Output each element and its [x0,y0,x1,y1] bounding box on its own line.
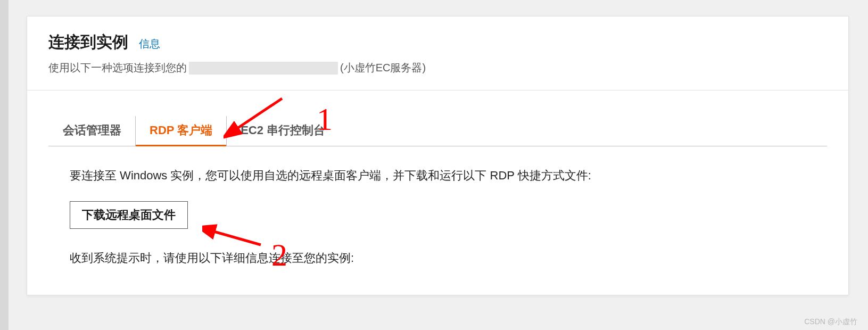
tab-session-manager[interactable]: 会话管理器 [48,116,135,146]
panel-header: 连接到实例 信息 使用以下一种选项连接到您的 (小虚竹EC服务器) [27,16,848,90]
tabs-container: 会话管理器 RDP 客户端 EC2 串行控制台 要连接至 Windows 实例，… [27,90,848,295]
subtitle-prefix: 使用以下一种选项连接到您的 [48,61,187,75]
info-link[interactable]: 信息 [139,37,160,51]
instructions-text: 要连接至 Windows 实例，您可以使用自选的远程桌面客户端，并下载和运行以下… [70,166,806,185]
download-rdp-button[interactable]: 下载远程桌面文件 [70,201,188,229]
watermark: CSDN @小虚竹 [804,317,857,327]
tabs: 会话管理器 RDP 客户端 EC2 串行控制台 [48,116,827,146]
tab-serial-console[interactable]: EC2 串行控制台 [226,116,339,146]
page-title: 连接到实例 [48,31,128,53]
title-row: 连接到实例 信息 [48,31,827,53]
instance-id-redacted [189,62,338,75]
connect-panel: 连接到实例 信息 使用以下一种选项连接到您的 (小虚竹EC服务器) 会话管理器 … [27,16,849,295]
prompt-text: 收到系统提示时，请使用以下详细信息连接至您的实例: [70,248,806,268]
left-sidebar-strip [0,0,9,330]
subtitle-suffix: (小虚竹EC服务器) [340,61,426,75]
tab-content: 要连接至 Windows 实例，您可以使用自选的远程桌面客户端，并下载和运行以下… [48,146,827,295]
tab-rdp-client[interactable]: RDP 客户端 [135,116,226,146]
subtitle: 使用以下一种选项连接到您的 (小虚竹EC服务器) [48,61,827,75]
